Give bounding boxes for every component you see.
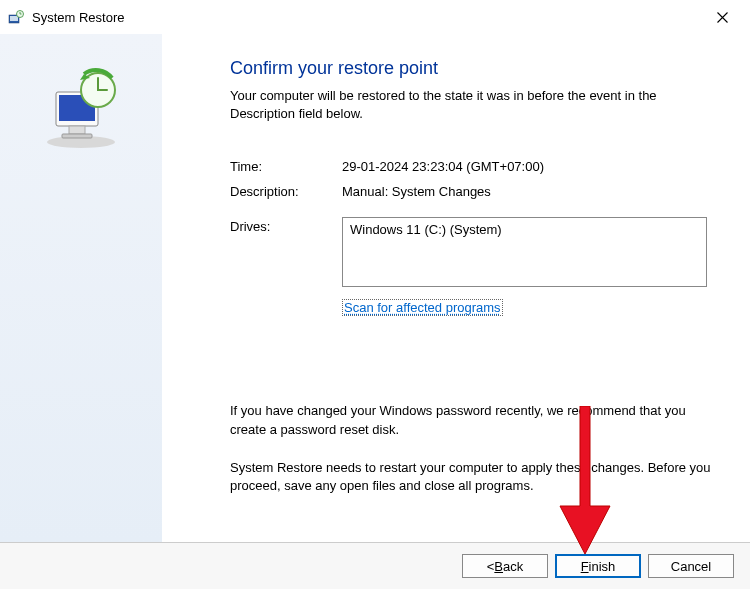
cancel-button[interactable]: Cancel [648,554,734,578]
time-row: Time: 29-01-2024 23:23:04 (GMT+07:00) [230,159,714,174]
drives-listbox[interactable]: Windows 11 (C:) (System) [342,217,707,287]
restart-warning-text: System Restore needs to restart your com… [230,459,714,495]
back-button[interactable]: < Back [462,554,548,578]
wizard-sidebar [0,34,162,542]
content-area: Confirm your restore point Your computer… [0,34,750,542]
page-subtitle: Your computer will be restored to the st… [230,87,714,123]
scan-affected-programs-link[interactable]: Scan for affected programs [342,299,503,316]
svg-rect-6 [69,126,85,134]
system-restore-icon [36,62,126,152]
password-warning-text: If you have changed your Windows passwor… [230,402,714,438]
description-label: Description: [230,184,342,199]
wizard-footer: < Back Finish Cancel [0,542,750,589]
svg-rect-1 [10,16,18,21]
warning-block: If you have changed your Windows passwor… [230,402,714,495]
svg-rect-7 [62,134,92,138]
window-title: System Restore [32,10,124,25]
finish-button[interactable]: Finish [555,554,641,578]
main-panel: Confirm your restore point Your computer… [162,34,750,542]
titlebar-left: System Restore [8,9,124,25]
drive-item[interactable]: Windows 11 (C:) (System) [350,222,699,237]
close-button[interactable] [702,3,742,31]
drives-label: Drives: [230,219,342,287]
drives-row: Drives: Windows 11 (C:) (System) [230,219,714,287]
description-value: Manual: System Changes [342,184,714,199]
titlebar: System Restore [0,0,750,34]
time-label: Time: [230,159,342,174]
time-value: 29-01-2024 23:23:04 (GMT+07:00) [342,159,714,174]
description-row: Description: Manual: System Changes [230,184,714,199]
restore-title-icon [8,9,24,25]
page-heading: Confirm your restore point [230,58,714,79]
